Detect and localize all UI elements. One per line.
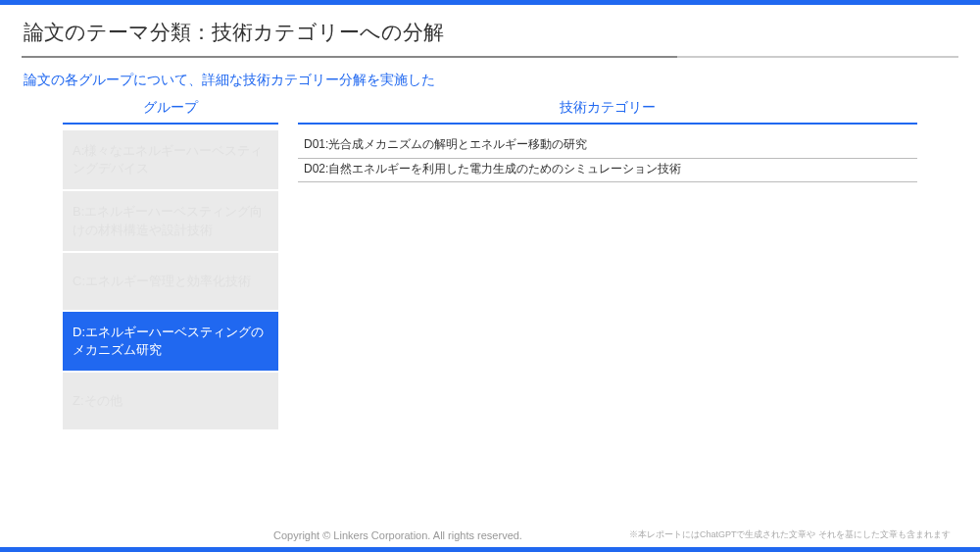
group-column-header: グループ	[63, 97, 278, 125]
group-item-d[interactable]: D:エネルギーハーベスティングのメカニズム研究	[63, 312, 278, 371]
group-item-c[interactable]: C:エネルギー管理と効率化技術	[63, 253, 278, 310]
footer: Copyright © Linkers Corporation. All rig…	[0, 528, 980, 552]
footer-text: Copyright © Linkers Corporation. All rig…	[0, 528, 980, 547]
group-item-z[interactable]: Z:その他	[63, 373, 278, 429]
groups-column: グループ A:様々なエネルギーハーベスティングデバイス B:エネルギーハーベステ…	[63, 97, 278, 431]
tech-list: D01:光合成メカニズムの解明とエネルギー移動の研究 D02:自然エネルギーを利…	[298, 132, 917, 182]
page-title: 論文のテーマ分類：技術カテゴリーへの分解	[0, 5, 980, 56]
copyright-text: Copyright © Linkers Corporation. All rig…	[29, 529, 629, 541]
tech-column-header: 技術カテゴリー	[298, 97, 917, 125]
tech-item: D02:自然エネルギーを利用した電力生成のためのシミュレーション技術	[298, 159, 917, 183]
disclaimer-text: ※本レポートにはChatGPTで生成された文章や それを基にした文章も含まれます	[629, 528, 951, 541]
content-area: グループ A:様々なエネルギーハーベスティングデバイス B:エネルギーハーベステ…	[0, 97, 980, 431]
group-item-a[interactable]: A:様々なエネルギーハーベスティングデバイス	[63, 130, 278, 189]
group-item-b[interactable]: B:エネルギーハーベスティング向けの材料構造や設計技術	[63, 191, 278, 250]
bottom-accent-bar	[0, 547, 980, 552]
page-subtitle: 論文の各グループについて、詳細な技術カテゴリー分解を実施した	[0, 58, 980, 97]
tech-item: D01:光合成メカニズムの解明とエネルギー移動の研究	[298, 134, 917, 159]
tech-column: 技術カテゴリー D01:光合成メカニズムの解明とエネルギー移動の研究 D02:自…	[298, 97, 917, 431]
